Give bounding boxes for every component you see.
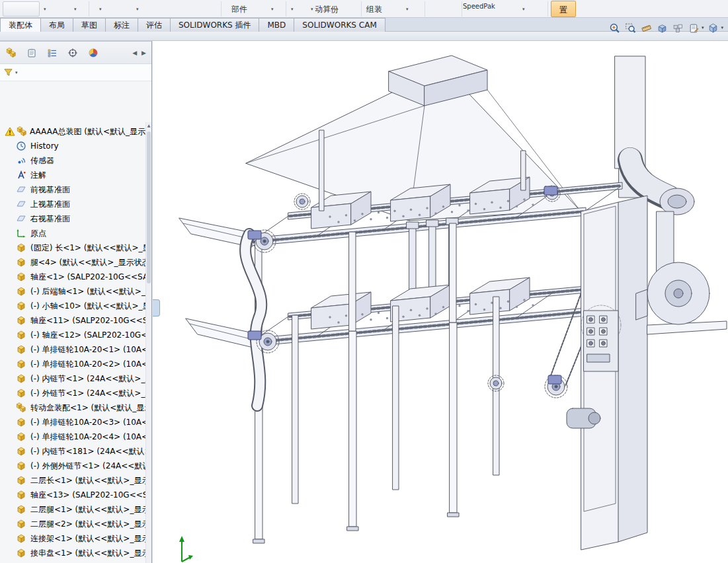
tree-item[interactable]: 二层腿<1> (默认<<默认>_显示 — [0, 502, 151, 517]
model-legs[interactable] — [253, 223, 499, 543]
model-feed-chute-lower[interactable] — [186, 319, 253, 348]
3d-model[interactable] — [153, 41, 728, 563]
filter-icon[interactable] — [3, 67, 13, 77]
tree-item-label: (-) 外链节<1> (24A<<默认>_显 — [30, 388, 151, 399]
tree-root-label: AAAAA总装图 (默认<默认_显示 — [30, 126, 145, 137]
graphics-area[interactable] — [153, 41, 728, 563]
tree-item[interactable]: (-) 内链节<181> (24A<<默认>_ — [0, 444, 151, 459]
tree-item[interactable]: 前视基准面 — [0, 182, 151, 197]
tree-item[interactable]: 上视基准面 — [0, 197, 151, 211]
tree-item[interactable]: (-) 小轴<10> (默认<<默认>_显 — [0, 299, 151, 313]
tree-item[interactable]: 原点 — [0, 226, 151, 241]
tree-item[interactable]: (-) 外侧外链节<1> (24A<<默认 — [0, 459, 151, 473]
tree-scrollbar-thumb[interactable] — [147, 131, 151, 283]
tree-root-item[interactable]: AAAAA总装图 (默认<默认_显示 — [0, 124, 151, 139]
tree-item-label: 转动盒装配<1> (默认<默认_显示 — [30, 402, 151, 414]
tree-item[interactable]: (-) 外链节<1> (24A<<默认>_显 — [0, 386, 151, 400]
ribbon-button-partial[interactable] — [3, 1, 40, 17]
dropdown-caret-icon[interactable]: ▾ — [271, 7, 274, 12]
ribbon-button-3[interactable]: 组装 — [366, 4, 382, 15]
tree-item[interactable]: 转动盒装配<1> (默认<默认_显示 — [0, 400, 151, 415]
ribbon-button-2[interactable]: 动算份 — [315, 4, 339, 15]
dimxpert-tab-icon[interactable] — [65, 46, 80, 60]
tree-item[interactable]: 轴座<13> (SALP202-10G<<SA — [0, 488, 151, 502]
tree-item[interactable]: (-) 单排链轮10A-20<2> (10A< — [0, 357, 151, 371]
scroll-up-icon[interactable]: ▲ — [146, 123, 151, 128]
tree-item[interactable]: (-) 电动机<2> (默认<<默认>_显 — [0, 560, 151, 563]
command-tab-5[interactable]: 评估 — [138, 18, 171, 32]
tree-scrollbar[interactable]: ▲ — [145, 122, 151, 563]
panel-scroll-left-icon[interactable]: ◀ — [132, 50, 137, 56]
tree-item-label: 原点 — [30, 228, 46, 239]
model-duct[interactable] — [615, 56, 694, 215]
model-motor[interactable] — [567, 408, 600, 428]
tree-item[interactable]: History — [0, 139, 151, 153]
tree-item[interactable]: (-) 单排链轮10A-20<1> (10A< — [0, 342, 151, 357]
tree-item[interactable]: 轴座<1> (SALP202-10G<<SAL — [0, 270, 151, 284]
dropdown-caret-icon[interactable]: ▾ — [522, 7, 525, 12]
edit-appearance-icon[interactable] — [687, 21, 701, 35]
ribbon-separator — [462, 1, 462, 17]
command-tab-6[interactable]: SOLIDWORKS 插件 — [171, 18, 259, 32]
tree-item[interactable]: 二层腿<2> (默认<<默认>_显示 — [0, 517, 151, 531]
tree-item[interactable]: 二层长<1> (默认<<默认>_显示 — [0, 473, 151, 488]
dropdown-caret-icon[interactable]: ▾ — [44, 7, 46, 12]
tree-item[interactable]: (-) 单排链轮10A-20<4> (10A< — [0, 430, 151, 444]
tree-item[interactable]: 接串盘<1> (默认<<默认>_显示 — [0, 546, 151, 560]
command-tab-2[interactable]: 布局 — [41, 18, 73, 32]
model-control-panel[interactable] — [584, 311, 618, 371]
dropdown-caret-icon[interactable]: ▾ — [702, 25, 704, 30]
command-tab-4[interactable]: 标注 — [106, 18, 138, 32]
feature-panel: ◀▶ ▾ AAAAA总装图 (默认<默认_显示History传感器注解前视基准面… — [0, 41, 152, 563]
dropdown-caret-icon[interactable]: ▾ — [721, 25, 723, 30]
tree-item-label: (-) 小轴<10> (默认<<默认>_显 — [30, 301, 151, 312]
display-style-icon[interactable] — [706, 21, 720, 35]
zoom-in-icon[interactable] — [608, 21, 622, 35]
tree-item[interactable]: (-) 单排链轮10A-20<3> (10A< — [0, 415, 151, 430]
tree-item[interactable]: 腿<4> (默认<<默认>_显示状态 — [0, 255, 151, 270]
tree-item[interactable]: 连接架<1> (默认<<默认>_显示 — [0, 531, 151, 546]
tree-item[interactable]: 传感器 — [0, 153, 151, 168]
dropdown-caret-icon[interactable]: ▾ — [99, 7, 102, 12]
model-cabinet[interactable] — [581, 196, 727, 550]
section-view-icon[interactable] — [655, 21, 669, 35]
part-icon — [16, 272, 26, 282]
panel-scroll-right-icon[interactable]: ▶ — [142, 50, 146, 56]
origin-icon — [16, 228, 26, 239]
zoom-area-icon[interactable] — [624, 21, 637, 35]
command-tab-1[interactable]: 装配体 — [0, 18, 41, 32]
model-lower-conveyor[interactable] — [252, 278, 622, 346]
tree-item[interactable]: 右视基准面 — [0, 211, 151, 226]
dropdown-caret-icon[interactable]: ▾ — [291, 7, 294, 12]
tree-item[interactable]: (固定) 长<1> (默认<<默认>_显 — [0, 241, 151, 255]
ribbon-button-4[interactable]: SpeedPak — [463, 3, 495, 10]
dropdown-caret-icon[interactable]: ▾ — [136, 7, 139, 12]
tree-item[interactable]: 轴座<11> (SALP202-10G<<SA — [0, 313, 151, 328]
tree-item[interactable]: (-) 内链节<1> (24A<<默认>_显 — [0, 371, 151, 386]
tree-item[interactable]: (-) 后端轴<1> (默认<<默认>_显 — [0, 284, 151, 299]
part-icon — [16, 504, 26, 515]
tree-item-label: 二层腿<1> (默认<<默认>_显示 — [30, 504, 149, 515]
dropdown-caret-icon[interactable]: ▾ — [311, 7, 313, 12]
dropdown-caret-icon[interactable]: ▾ — [406, 7, 409, 12]
ribbon-button-1[interactable]: 部件 — [231, 4, 247, 15]
displaymanager-tab-icon[interactable] — [86, 46, 101, 60]
propertymanager-tab-icon[interactable] — [24, 46, 39, 60]
command-tab-8[interactable]: SOLIDWORKS CAM — [294, 18, 385, 32]
filter-caret-icon[interactable]: ▾ — [15, 70, 18, 75]
ribbon-button-5[interactable]: 置 — [551, 1, 576, 17]
assembly-visualization-icon[interactable] — [671, 21, 685, 35]
featuremanager-tab-icon[interactable] — [4, 46, 19, 60]
command-tab-3[interactable]: 草图 — [73, 18, 106, 32]
measure-icon[interactable] — [639, 21, 653, 35]
configurationmanager-tab-icon[interactable] — [45, 46, 60, 60]
tree-item[interactable]: (-) 轴座<12> (SALP202-10G<< — [0, 328, 151, 342]
tree-item-label: 连接架<1> (默认<<默认>_显示 — [30, 533, 149, 544]
tree-item[interactable]: 注解 — [0, 168, 151, 182]
part-icon — [16, 533, 26, 544]
dropdown-caret-icon[interactable]: ▾ — [74, 7, 77, 12]
command-tab-7[interactable]: MBD — [259, 18, 294, 32]
part-icon — [16, 446, 26, 457]
panel-splitter[interactable] — [153, 299, 160, 317]
tree-item-label: (-) 后端轴<1> (默认<<默认>_显 — [30, 286, 151, 297]
